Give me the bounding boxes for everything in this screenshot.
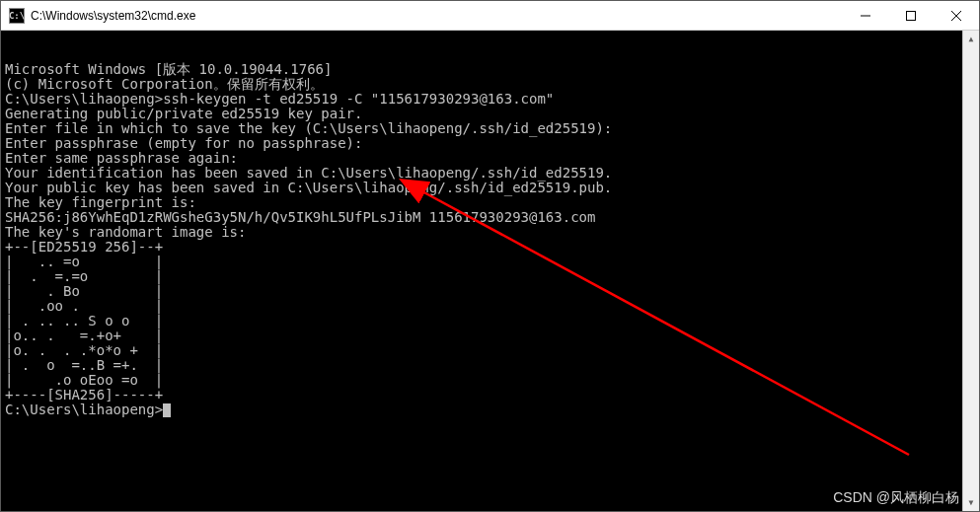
terminal-output[interactable]: Microsoft Windows [版本 10.0.19044.1766](c… — [1, 31, 979, 511]
terminal-line: |o.. . =.+o+ | — [5, 329, 975, 343]
terminal-line: | .o oEoo =o | — [5, 373, 975, 388]
scroll-up-arrow[interactable]: ▲ — [963, 31, 979, 47]
terminal-line: C:\Users\lihaopeng>ssh-keygen -t ed25519… — [5, 92, 975, 107]
terminal-line: | .. =o | — [5, 255, 975, 269]
terminal-line: |o. . . .*o*o + | — [5, 343, 975, 358]
watermark-text: CSDN @风栖柳白杨 — [833, 490, 959, 505]
terminal-cursor — [163, 403, 171, 417]
minimize-button[interactable] — [843, 1, 888, 30]
terminal-line: +----[SHA256]-----+ — [5, 388, 975, 402]
terminal-line: +--[ED25519 256]--+ — [5, 240, 975, 255]
terminal-line: The key's randomart image is: — [5, 225, 975, 240]
terminal-line: Generating public/private ed25519 key pa… — [5, 107, 975, 121]
terminal-line: Enter file in which to save the key (C:\… — [5, 121, 975, 136]
scroll-down-arrow[interactable]: ▼ — [963, 494, 979, 511]
terminal-line: | . .. .. S o o | — [5, 314, 975, 329]
terminal-line: | .oo . | — [5, 299, 975, 314]
terminal-line: The key fingerprint is: — [5, 195, 975, 210]
scrollbar[interactable]: ▲ ▼ — [962, 31, 979, 511]
close-button[interactable] — [934, 1, 979, 30]
titlebar-left: C:\ C:\Windows\system32\cmd.exe — [1, 8, 195, 24]
terminal-line: Enter passphrase (empty for no passphras… — [5, 136, 975, 151]
terminal-line: Enter same passphrase again: — [5, 151, 975, 166]
window-controls — [843, 1, 979, 30]
terminal-line: SHA256:j86YwhEqD1zRWGsheG3y5N/h/Qv5IK9hL… — [5, 210, 975, 225]
terminal-line: | . o =..B =+. | — [5, 358, 975, 373]
terminal-content: Microsoft Windows [版本 10.0.19044.1766](c… — [5, 62, 975, 417]
cmd-window: C:\ C:\Windows\system32\cmd.exe Microsof… — [0, 0, 980, 512]
scroll-track[interactable] — [963, 47, 979, 494]
terminal-line: Your identification has been saved in C:… — [5, 166, 975, 181]
terminal-line: Your public key has been saved in C:\Use… — [5, 181, 975, 195]
terminal-line: | . =.=o | — [5, 269, 975, 284]
cmd-icon: C:\ — [9, 8, 25, 24]
terminal-line: | . Bo | — [5, 284, 975, 299]
titlebar[interactable]: C:\ C:\Windows\system32\cmd.exe — [1, 1, 979, 31]
terminal-line: (c) Microsoft Corporation。保留所有权利。 — [5, 77, 975, 92]
terminal-prompt: C:\Users\lihaopeng> — [5, 402, 975, 417]
window-title: C:\Windows\system32\cmd.exe — [31, 9, 195, 23]
terminal-line: Microsoft Windows [版本 10.0.19044.1766] — [5, 62, 975, 77]
svg-rect-1 — [907, 11, 916, 20]
maximize-button[interactable] — [888, 1, 934, 30]
